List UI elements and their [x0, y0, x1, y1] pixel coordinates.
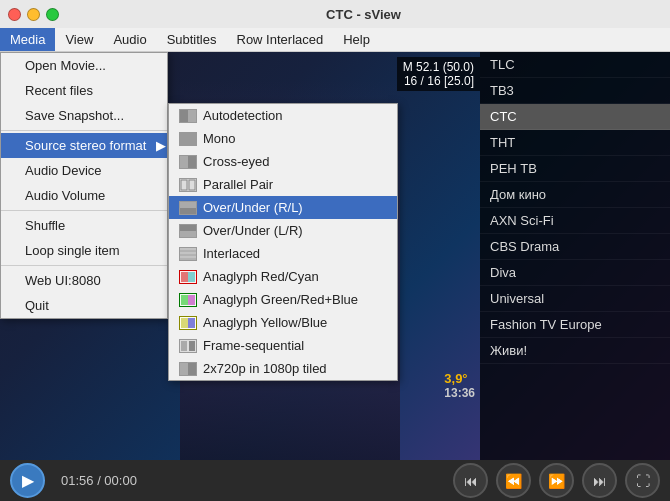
interlaced-icon [179, 247, 197, 261]
svg-rect-6 [189, 180, 195, 190]
recent-files-item[interactable]: Recent files [1, 78, 167, 103]
next-button[interactable]: ⏩ [539, 463, 574, 498]
source-stereo-format-item[interactable]: Source stereo format ▶ [1, 133, 167, 158]
channel-axn[interactable]: AXN Sci-Fi [480, 208, 670, 234]
svg-rect-25 [180, 363, 188, 375]
stereo-anaglyph-yellow[interactable]: Anaglyph Yellow/Blue [169, 311, 397, 334]
over-under-rl-icon [179, 201, 197, 215]
autodetection-icon [179, 109, 197, 123]
stereo-parallel-pair[interactable]: Parallel Pair [169, 173, 397, 196]
menu-media[interactable]: Media [0, 28, 55, 51]
channel-ctc[interactable]: CTC [480, 104, 670, 130]
shuffle-item[interactable]: Shuffle [1, 213, 167, 238]
svg-rect-9 [180, 225, 196, 231]
save-snapshot-item[interactable]: Save Snapshot... [1, 103, 167, 128]
close-button[interactable] [8, 8, 21, 21]
audio-volume-item[interactable]: Audio Volume [1, 183, 167, 208]
svg-rect-22 [188, 318, 195, 328]
channel-fashiontv[interactable]: Fashion TV Europe [480, 312, 670, 338]
media-dropdown: Open Movie... Recent files Save Snapshot… [0, 52, 168, 319]
stereo-2x720p[interactable]: 2x720p in 1080p tiled [169, 357, 397, 380]
quit-item[interactable]: Quit [1, 293, 167, 318]
svg-rect-26 [188, 363, 196, 375]
stereo-autodetection[interactable]: Autodetection [169, 104, 397, 127]
2x720p-icon [179, 362, 197, 376]
stereo-over-under-lr[interactable]: Over/Under (L/R) [169, 219, 397, 242]
prev-button[interactable]: ⏪ [496, 463, 531, 498]
stereo-over-under-rl[interactable]: Over/Under (R/L) [169, 196, 397, 219]
score-line2: 16 / 16 [25.0] [403, 74, 474, 88]
separator-2 [1, 210, 167, 211]
menu-bar: Media View Audio Subtitles Row Interlace… [0, 28, 670, 52]
channel-zhivi[interactable]: Живи! [480, 338, 670, 364]
window-title: CTC - sView [65, 7, 662, 22]
channel-tv3[interactable]: ТВ3 [480, 78, 670, 104]
parallel-pair-icon [179, 178, 197, 192]
menu-help[interactable]: Help [333, 28, 380, 51]
skip-forward-button[interactable]: ⏭ [582, 463, 617, 498]
menu-row-interlaced[interactable]: Row Interlaced [227, 28, 334, 51]
main-content: M 52.1 (50.0) 16 / 16 [25.0] TLC ТВ3 CTC… [0, 52, 670, 460]
channel-universal[interactable]: Universal [480, 286, 670, 312]
fullscreen-button[interactable]: ⛶ [625, 463, 660, 498]
svg-rect-5 [181, 180, 187, 190]
menu-view[interactable]: View [55, 28, 103, 51]
channel-tnt[interactable]: ТНТ [480, 130, 670, 156]
time-display: 01:56 / 00:00 [61, 473, 137, 488]
bottom-controls: ▶ 01:56 / 00:00 ⏮ ⏪ ⏩ ⏭ ⛶ [0, 460, 670, 501]
separator-1 [1, 130, 167, 131]
submenu-arrow: ▶ [146, 138, 166, 153]
audio-device-item[interactable]: Audio Device [1, 158, 167, 183]
score-overlay: M 52.1 (50.0) 16 / 16 [25.0] [397, 57, 480, 91]
web-ui-item[interactable]: Web UI:8080 [1, 268, 167, 293]
channel-rentv[interactable]: РЕН ТВ [480, 156, 670, 182]
svg-rect-7 [180, 202, 196, 208]
temperature-value: 3,9° [444, 371, 475, 386]
open-movie-item[interactable]: Open Movie... [1, 53, 167, 78]
channel-tlc[interactable]: TLC [480, 52, 670, 78]
svg-rect-17 [181, 272, 188, 282]
anaglyph-green-icon [179, 293, 197, 307]
channel-cbsdrama[interactable]: CBS Drama [480, 234, 670, 260]
skip-back-button[interactable]: ⏮ [453, 463, 488, 498]
svg-rect-21 [181, 318, 188, 328]
stereo-frame-sequential[interactable]: Frame-sequential [169, 334, 397, 357]
svg-rect-2 [180, 133, 196, 145]
stereo-mono[interactable]: Mono [169, 127, 397, 150]
minimize-button[interactable] [27, 8, 40, 21]
svg-rect-0 [180, 110, 188, 122]
menu-subtitles[interactable]: Subtitles [157, 28, 227, 51]
svg-rect-1 [188, 110, 196, 122]
svg-rect-23 [181, 341, 187, 351]
temperature-overlay: 3,9° 13:36 [444, 371, 475, 400]
mono-icon [179, 132, 197, 146]
channel-diva[interactable]: Diva [480, 260, 670, 286]
stereo-submenu: Autodetection Mono Cross-eyed Parallel P… [168, 103, 398, 381]
stereo-cross-eyed[interactable]: Cross-eyed [169, 150, 397, 173]
channel-list: TLC ТВ3 CTC ТНТ РЕН ТВ Дом кино AXN Sci-… [480, 52, 670, 460]
svg-rect-19 [181, 295, 188, 305]
svg-rect-3 [180, 156, 188, 168]
play-button[interactable]: ▶ [10, 463, 45, 498]
cross-eyed-icon [179, 155, 197, 169]
svg-rect-20 [188, 295, 195, 305]
frame-sequential-icon [179, 339, 197, 353]
stereo-interlaced[interactable]: Interlaced [169, 242, 397, 265]
svg-rect-18 [188, 272, 195, 282]
svg-rect-8 [180, 208, 196, 214]
svg-rect-24 [189, 341, 195, 351]
maximize-button[interactable] [46, 8, 59, 21]
svg-rect-10 [180, 231, 196, 237]
channel-domkino[interactable]: Дом кино [480, 182, 670, 208]
svg-rect-4 [188, 156, 196, 168]
stereo-anaglyph-green[interactable]: Anaglyph Green/Red+Blue [169, 288, 397, 311]
time-value: 13:36 [444, 386, 475, 400]
loop-single-item[interactable]: Loop single item [1, 238, 167, 263]
separator-3 [1, 265, 167, 266]
anaglyph-red-cyan-icon [179, 270, 197, 284]
menu-audio[interactable]: Audio [103, 28, 156, 51]
stereo-anaglyph-red-cyan[interactable]: Anaglyph Red/Cyan [169, 265, 397, 288]
over-under-lr-icon [179, 224, 197, 238]
score-line1: M 52.1 (50.0) [403, 60, 474, 74]
title-bar: CTC - sView [0, 0, 670, 28]
